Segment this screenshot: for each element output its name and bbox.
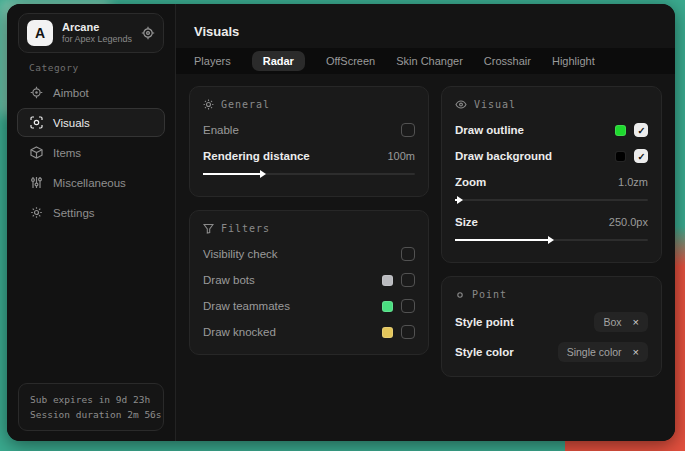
sidebar-item-miscellaneous[interactable]: Miscellaneous bbox=[17, 168, 165, 197]
crosshair-icon bbox=[30, 86, 43, 99]
tab-crosshair[interactable]: Crosshair bbox=[484, 55, 531, 67]
draw-knocked-label: Draw knocked bbox=[203, 326, 382, 338]
tab-players[interactable]: Players bbox=[194, 55, 231, 67]
draw-outline-row: Draw outline bbox=[455, 119, 648, 141]
draw-background-label: Draw background bbox=[455, 150, 615, 162]
close-icon[interactable]: × bbox=[633, 317, 639, 327]
tab-highlight[interactable]: Highlight bbox=[552, 55, 595, 67]
brand-card: A Arcane for Apex Legends bbox=[18, 13, 164, 53]
general-card-header: General bbox=[203, 99, 415, 110]
section-title: Visual bbox=[474, 99, 516, 110]
size-row: Size 250.0px bbox=[455, 211, 648, 233]
close-icon[interactable]: × bbox=[633, 347, 639, 357]
draw-knocked-color-swatch[interactable] bbox=[382, 327, 393, 338]
visibility-check-checkbox[interactable] bbox=[401, 247, 415, 261]
point-card-header: Point bbox=[455, 289, 648, 300]
size-label: Size bbox=[455, 216, 601, 228]
draw-bots-color-swatch[interactable] bbox=[382, 275, 393, 286]
visual-card-header: Visual bbox=[455, 99, 648, 110]
sidebar-item-label: Aimbot bbox=[53, 87, 89, 99]
scan-icon bbox=[30, 116, 43, 129]
draw-outline-checkbox[interactable] bbox=[634, 123, 648, 137]
draw-background-checkbox[interactable] bbox=[634, 149, 648, 163]
style-color-row: Style color Single color × bbox=[455, 339, 648, 365]
eye-icon bbox=[455, 99, 467, 110]
sidebar-item-aimbot[interactable]: Aimbot bbox=[17, 78, 165, 107]
point-card: Point Style point Box × Style color Sing… bbox=[441, 276, 662, 377]
style-point-select[interactable]: Box × bbox=[594, 312, 648, 332]
sidebar-item-visuals[interactable]: Visuals bbox=[17, 108, 165, 137]
style-color-label: Style color bbox=[455, 346, 558, 358]
style-point-row: Style point Box × bbox=[455, 309, 648, 335]
draw-background-row: Draw background bbox=[455, 145, 648, 167]
session-duration-text: Session duration 2m 56s bbox=[30, 407, 152, 422]
tabbar: Players Radar OffScreen Skin Changer Cro… bbox=[176, 48, 675, 74]
funnel-icon bbox=[203, 223, 214, 234]
sidebar-item-settings[interactable]: Settings bbox=[17, 198, 165, 227]
draw-knocked-checkbox[interactable] bbox=[401, 325, 415, 339]
cube-icon bbox=[30, 146, 43, 159]
draw-outline-color-swatch[interactable] bbox=[615, 125, 626, 136]
subscription-status-card: Sub expires in 9d 23h Session duration 2… bbox=[18, 383, 164, 431]
zoom-value: 1.0zm bbox=[618, 176, 648, 188]
dot-icon bbox=[455, 290, 465, 300]
right-column: Visual Draw outline Draw background Zoom bbox=[441, 86, 662, 390]
filters-card: Filters Visibility check Draw bots Draw … bbox=[189, 210, 429, 355]
sub-expiry-text: Sub expires in 9d 23h bbox=[30, 392, 152, 407]
zoom-label: Zoom bbox=[455, 176, 610, 188]
rendering-distance-slider[interactable] bbox=[203, 169, 415, 180]
style-point-label: Style point bbox=[455, 316, 594, 328]
draw-bots-checkbox[interactable] bbox=[401, 273, 415, 287]
zoom-row: Zoom 1.0zm bbox=[455, 171, 648, 193]
slider-thumb[interactable] bbox=[455, 199, 457, 201]
sidebar-item-label: Miscellaneous bbox=[53, 177, 126, 189]
enable-row: Enable bbox=[203, 119, 415, 141]
app-title: Arcane bbox=[62, 21, 141, 34]
draw-outline-label: Draw outline bbox=[455, 124, 615, 136]
tab-radar[interactable]: Radar bbox=[252, 51, 305, 71]
draw-bots-row: Draw bots bbox=[203, 269, 415, 291]
enable-checkbox[interactable] bbox=[401, 123, 415, 137]
slider-thumb[interactable] bbox=[203, 173, 260, 175]
section-title: Filters bbox=[221, 223, 270, 234]
gear-icon[interactable] bbox=[141, 26, 155, 40]
draw-bots-label: Draw bots bbox=[203, 274, 382, 286]
tab-skin-changer[interactable]: Skin Changer bbox=[396, 55, 463, 67]
sidebar-item-label: Visuals bbox=[53, 117, 90, 129]
style-color-value: Single color bbox=[567, 346, 622, 358]
tab-offscreen[interactable]: OffScreen bbox=[326, 55, 375, 67]
sun-icon bbox=[203, 99, 214, 110]
app-logo: A bbox=[27, 20, 53, 46]
draw-teammates-label: Draw teammates bbox=[203, 300, 382, 312]
page-title: Visuals bbox=[194, 24, 239, 39]
section-title: General bbox=[221, 99, 270, 110]
main-content: Visuals Players Radar OffScreen Skin Cha… bbox=[176, 4, 675, 441]
brand-text: Arcane for Apex Legends bbox=[62, 21, 141, 45]
draw-teammates-row: Draw teammates bbox=[203, 295, 415, 317]
general-card: General Enable Rendering distance 100m bbox=[189, 86, 429, 197]
sidebar: A Arcane for Apex Legends Category bbox=[7, 4, 176, 441]
draw-background-color-swatch[interactable] bbox=[615, 151, 626, 162]
sidebar-item-items[interactable]: Items bbox=[17, 138, 165, 167]
draw-knocked-row: Draw knocked bbox=[203, 321, 415, 343]
size-value: 250.0px bbox=[609, 216, 648, 228]
style-color-select[interactable]: Single color × bbox=[558, 342, 648, 362]
rendering-distance-row: Rendering distance 100m bbox=[203, 145, 415, 167]
size-slider[interactable] bbox=[455, 235, 648, 246]
draw-teammates-checkbox[interactable] bbox=[401, 299, 415, 313]
slider-track bbox=[455, 199, 648, 201]
zoom-slider[interactable] bbox=[455, 195, 648, 206]
sidebar-nav: Aimbot Visuals Items bbox=[17, 78, 165, 228]
app-subtitle: for Apex Legends bbox=[62, 34, 141, 45]
gear-icon bbox=[30, 206, 43, 219]
category-label: Category bbox=[29, 62, 79, 73]
rendering-distance-label: Rendering distance bbox=[203, 150, 379, 162]
sliders-icon bbox=[30, 176, 43, 189]
cards-area: General Enable Rendering distance 100m bbox=[189, 86, 662, 390]
visibility-check-label: Visibility check bbox=[203, 248, 401, 260]
slider-thumb[interactable] bbox=[455, 239, 548, 241]
draw-teammates-color-swatch[interactable] bbox=[382, 301, 393, 312]
visual-card: Visual Draw outline Draw background Zoom bbox=[441, 86, 662, 263]
left-column: General Enable Rendering distance 100m bbox=[189, 86, 429, 368]
app-window: A Arcane for Apex Legends Category bbox=[7, 4, 675, 441]
